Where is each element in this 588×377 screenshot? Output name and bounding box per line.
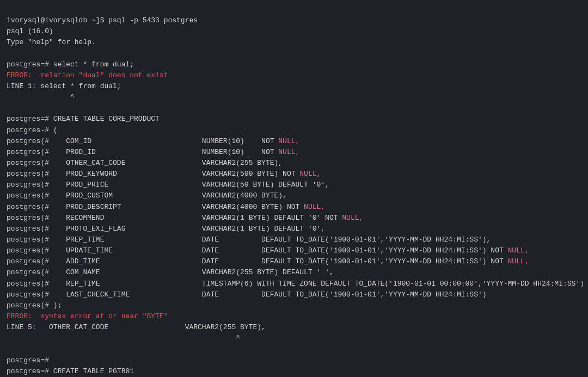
terminal-line: postgres(# RECOMMEND VARCHAR2(1 BYTE) DE… bbox=[7, 213, 581, 224]
terminal-line: postgres=# CREATE TABLE CORE_PRODUCT bbox=[7, 114, 581, 125]
terminal-line: postgres(# COM_NAME VARCHAR2(255 BYTE) D… bbox=[7, 267, 581, 278]
terminal-line: postgres(# PHOTO_EXI_FLAG VARCHAR2(1 BYT… bbox=[7, 224, 581, 234]
terminal-line: postgres(# PROD_DESCRIPT VARCHAR2(4000 B… bbox=[7, 202, 581, 213]
terminal-line: ^ bbox=[7, 92, 581, 103]
terminal-line: ^ bbox=[7, 333, 581, 344]
terminal-line: postgres(# ); bbox=[7, 300, 581, 311]
terminal-line: ivorysql@ivorysqldb ~]$ psql -p 5433 pos… bbox=[7, 15, 581, 26]
terminal-line: postgres(# ADD_TIME DATE DEFAULT TO_DATE… bbox=[7, 256, 581, 267]
terminal-line: postgres=# bbox=[7, 355, 581, 366]
terminal-line: LINE 1: select * from dual; bbox=[7, 81, 581, 92]
terminal-line: postgres(# PROD_CUSTOM VARCHAR2(4000 BYT… bbox=[7, 190, 581, 201]
terminal-line: LINE 5: OTHER_CAT_CODE VARCHAR2(255 BYTE… bbox=[7, 322, 581, 333]
terminal-line: postgres(# PREP_TIME DATE DEFAULT TO_DAT… bbox=[7, 234, 581, 245]
terminal-line: postgres(# OTHER_CAT_CODE VARCHAR2(255 B… bbox=[7, 158, 581, 169]
terminal-line: Type "help" for help. bbox=[7, 37, 581, 48]
terminal-line: postgres=# select * from dual; bbox=[7, 59, 581, 70]
terminal-line: postgres(# UPDATE_TIME DATE DEFAULT TO_D… bbox=[7, 245, 581, 256]
terminal-line: postgres=# CREATE TABLE PGTB01 bbox=[7, 366, 581, 377]
terminal-line: postgres-# ( bbox=[7, 125, 581, 136]
terminal-line: psql (16.0) bbox=[7, 26, 581, 37]
terminal-line bbox=[7, 103, 581, 114]
terminal-line: postgres(# PROD_KEYWORD VARCHAR2(500 BYT… bbox=[7, 169, 581, 180]
terminal-line: postgres(# PROD_ID NUMBER(10) NOT NULL, bbox=[7, 147, 581, 158]
terminal-line bbox=[7, 48, 581, 59]
terminal-line: ERROR: relation "dual" does not exist bbox=[7, 70, 581, 81]
terminal-line bbox=[7, 344, 581, 355]
terminal-line: postgres(# PROD_PRICE VARCHAR2(50 BYTE) … bbox=[7, 180, 581, 190]
terminal-line: postgres(# REP_TIME TIMESTAMP(6) WITH TI… bbox=[7, 279, 581, 289]
terminal-line: ERROR: syntax error at or near "BYTE" bbox=[7, 311, 581, 322]
terminal-line: postgres(# LAST_CHECK_TIME DATE DEFAULT … bbox=[7, 289, 581, 300]
terminal-line: postgres(# COM_ID NUMBER(10) NOT NULL, bbox=[7, 136, 581, 147]
terminal: ivorysql@ivorysqldb ~]$ psql -p 5433 pos… bbox=[0, 0, 588, 377]
